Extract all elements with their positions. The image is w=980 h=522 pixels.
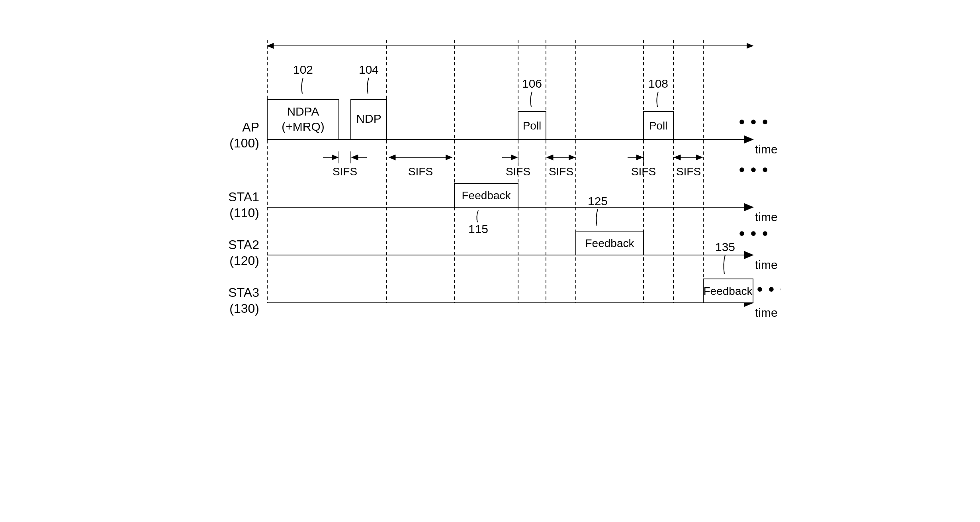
fb3-leader: [724, 255, 725, 274]
ndp-label: NDP: [356, 112, 381, 125]
sifs-gap-4: SIFS: [547, 157, 575, 178]
sifs-gap-3: SIFS: [502, 151, 530, 178]
sta3-axis-label: time: [755, 306, 778, 319]
sifs4-label: SIFS: [548, 165, 573, 178]
fb1-label: Feedback: [462, 189, 511, 202]
poll1-label: Poll: [522, 120, 541, 132]
ndpa-label2: (+MRQ): [282, 120, 325, 133]
fb3-label: Feedback: [703, 285, 753, 297]
sta1-id: (110): [229, 206, 259, 220]
poll2-label: Poll: [649, 120, 667, 132]
sifs2-label: SIFS: [408, 165, 432, 178]
poll2-ref: 108: [648, 77, 668, 90]
ndpa-label1: NDPA: [287, 105, 319, 118]
sta2-id: (120): [229, 253, 259, 268]
sta3-label: STA3: [228, 285, 259, 300]
ellipsis-ap: • • •: [739, 113, 769, 131]
ndp-ref: 104: [358, 63, 378, 76]
sta1-label: STA1: [228, 190, 259, 204]
ellipsis-gap: • • •: [739, 161, 769, 179]
sta2-axis-label: time: [755, 258, 778, 271]
ap-axis-label: time: [755, 143, 778, 156]
ap-id: (100): [229, 136, 259, 150]
ellipsis-sta2: • • •: [739, 225, 769, 242]
sifs1-label: SIFS: [332, 165, 357, 178]
poll1-leader: [530, 92, 532, 107]
ndpa-ref: 102: [293, 63, 313, 76]
sifs6-label: SIFS: [676, 165, 700, 178]
ndpa-leader: [301, 78, 303, 94]
timing-diagram: time AP (100) time STA1 (110) time STA2 …: [200, 16, 781, 327]
ellipsis-sta3: • • •: [757, 281, 781, 298]
sifs5-label: SIFS: [631, 165, 655, 178]
sifs-gap-1: SIFS: [323, 151, 367, 178]
sifs-gap-2: SIFS: [389, 157, 452, 178]
fb2-label: Feedback: [585, 237, 634, 249]
sta2-label: STA2: [228, 237, 259, 252]
sifs3-label: SIFS: [505, 165, 530, 178]
sifs-gap-5: SIFS: [628, 151, 656, 178]
fb1-ref: 115: [468, 222, 488, 235]
fb3-ref: 135: [715, 240, 735, 253]
sta3-id: (130): [229, 301, 259, 316]
ap-label: AP: [242, 120, 259, 134]
fb1-leader: [477, 210, 478, 222]
poll1-ref: 106: [522, 77, 542, 90]
sta1-axis-label: time: [755, 210, 778, 224]
poll2-leader: [657, 92, 658, 107]
fb2-ref: 125: [587, 194, 607, 208]
fb2-leader: [596, 209, 598, 226]
ndp-leader: [367, 78, 369, 94]
sifs-gap-6: SIFS: [674, 157, 702, 178]
